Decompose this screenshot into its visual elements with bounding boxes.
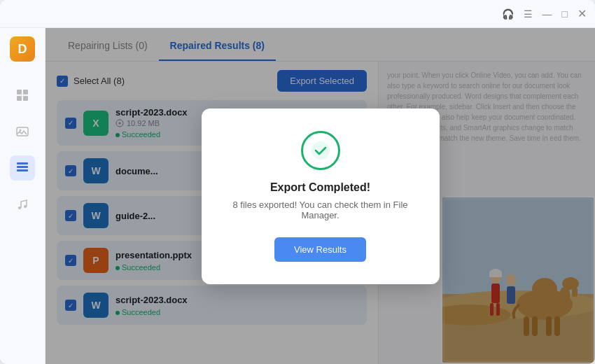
- modal-title: Export Completed!: [227, 181, 414, 194]
- sidebar-item-grid[interactable]: [10, 83, 35, 108]
- close-icon[interactable]: ✕: [578, 7, 587, 20]
- svg-rect-2: [17, 96, 22, 101]
- sidebar-item-image[interactable]: [10, 119, 35, 144]
- menu-icon[interactable]: ☰: [524, 8, 533, 20]
- maximize-icon[interactable]: □: [562, 8, 568, 20]
- svg-point-35: [312, 141, 330, 160]
- view-results-button[interactable]: View Results: [274, 237, 366, 262]
- titlebar-controls: 🎧 ☰ — □ ✕: [502, 7, 587, 20]
- svg-rect-1: [23, 90, 28, 94]
- app-window: 🎧 ☰ — □ ✕ D: [0, 0, 595, 364]
- svg-rect-0: [17, 90, 22, 94]
- sidebar-item-music[interactable]: [10, 192, 35, 217]
- content-area: Repairing Lists (0) Repaired Results (8)…: [46, 28, 595, 364]
- sidebar-item-document[interactable]: [10, 155, 35, 181]
- main-layout: D Repairing Li: [0, 28, 595, 364]
- minimize-icon[interactable]: —: [542, 8, 552, 20]
- modal-overlay: Export Completed! 8 files exported! You …: [46, 28, 595, 364]
- svg-point-10: [24, 205, 27, 208]
- svg-point-9: [18, 206, 21, 209]
- app-logo: D: [10, 36, 35, 62]
- sidebar: D: [0, 28, 46, 364]
- export-completed-modal: Export Completed! 8 files exported! You …: [202, 108, 440, 284]
- svg-rect-7: [17, 166, 28, 168]
- svg-rect-3: [23, 96, 28, 101]
- modal-message: 8 files exported! You can check them in …: [227, 200, 414, 220]
- headphones-icon[interactable]: 🎧: [502, 8, 514, 20]
- sidebar-nav: [10, 83, 35, 217]
- svg-rect-6: [17, 162, 28, 164]
- success-icon: [301, 131, 340, 170]
- titlebar: 🎧 ☰ — □ ✕: [0, 0, 595, 28]
- svg-rect-8: [17, 169, 28, 172]
